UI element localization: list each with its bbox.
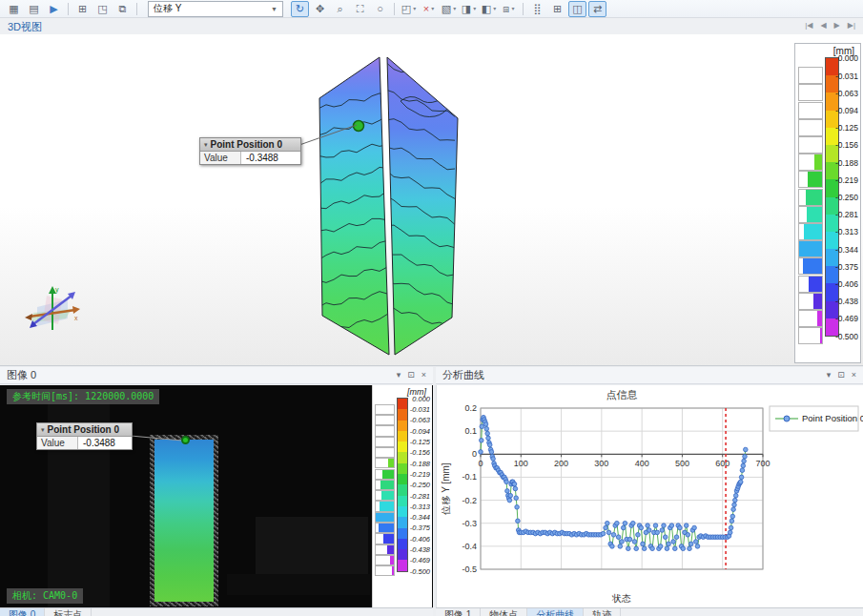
panel-tab[interactable]: 轨迹 — [584, 608, 621, 616]
zoom-region-icon[interactable]: ⛶ — [351, 1, 369, 17]
series-marker — [655, 530, 660, 535]
histogram-bar — [379, 524, 394, 532]
lasso-select-icon[interactable]: ○ — [371, 1, 389, 17]
chevron-down-icon: ▾ — [473, 6, 476, 11]
report-view-icon[interactable]: ▤ — [25, 1, 43, 17]
colorbar-tick-label: -0.406 — [410, 535, 430, 544]
sync-views-icon[interactable]: ⇄ — [588, 1, 606, 17]
point-annotation-row: Value -0.3488 — [37, 437, 132, 449]
histogram-cell — [798, 276, 823, 293]
colorbar-tick-label: -0.406 — [835, 279, 858, 289]
histogram-cell — [375, 512, 395, 523]
colorbar-tick-label: -0.281 — [835, 210, 858, 219]
last-frame-button[interactable]: ▶| — [848, 22, 855, 30]
series-marker — [740, 468, 745, 473]
columns-layout-icon[interactable]: ◨▾ — [460, 1, 478, 17]
y-tick-label: -0.2 — [462, 496, 477, 505]
series-marker — [729, 525, 733, 530]
camera-image-viewport[interactable]: 参考时间[ms]: 1220000.0000 相机: CAM0-0 ▾ Poin… — [0, 385, 433, 607]
histogram-cell — [798, 293, 823, 310]
point-select-icon[interactable]: ▧▾ — [440, 1, 458, 17]
split-window-icon[interactable]: ◫ — [568, 1, 586, 17]
point-annotation-cam[interactable]: ▾ Point Position 0 Value -0.3488 — [36, 422, 133, 450]
display-variable-dropdown[interactable]: 位移 Y▼ — [148, 1, 283, 17]
histogram-bar — [383, 534, 394, 543]
histogram-cell — [375, 480, 395, 490]
camera-export-icon: ◧ — [482, 4, 491, 14]
panel-tab[interactable]: 分析曲线 — [527, 608, 584, 616]
histogram-bar — [392, 566, 394, 575]
collapse-icon[interactable]: ▾ — [204, 141, 208, 149]
inspection-point-marker[interactable] — [354, 121, 364, 132]
rotate-view-icon[interactable]: ↻ — [291, 1, 309, 17]
y-tick-label: -0.1 — [462, 472, 477, 482]
tab-3d-view[interactable]: 3D视图 — [8, 20, 42, 34]
series-marker — [669, 524, 674, 528]
histogram-cell — [798, 223, 823, 240]
series-marker — [660, 528, 665, 533]
layers-icon[interactable]: ⧈▾ — [500, 1, 518, 17]
colorbar-tick-label: -0.250 — [835, 193, 858, 202]
collapse-icon[interactable]: ▾ — [41, 426, 45, 434]
pan-view-icon[interactable]: ✥ — [311, 1, 329, 17]
first-frame-button[interactable]: |◀ — [805, 22, 812, 30]
colorbar-segment — [398, 452, 407, 462]
colorbar-tick-label: -0.469 — [410, 556, 430, 565]
point-annotation-header[interactable]: ▾ Point Position 0 — [37, 423, 132, 437]
colorbar-segment — [398, 539, 407, 549]
next-frame-button[interactable]: ▶ — [834, 22, 840, 30]
play-icon[interactable]: ▶ — [45, 1, 63, 17]
colorbar-tick-label: -0.094 — [835, 106, 858, 115]
panel-pin-icon[interactable]: ⊡ — [407, 371, 415, 380]
value-label: Value — [200, 152, 241, 164]
panel-tab[interactable]: 物体点 — [481, 608, 527, 616]
duplicate-view-icon[interactable]: ⧉ — [113, 1, 132, 17]
panel-close-icon[interactable]: × — [852, 371, 856, 380]
panel-close-icon[interactable]: × — [421, 371, 426, 380]
svg-text:y: y — [55, 286, 59, 294]
chart-legend[interactable]: Point Position 0 — [770, 406, 863, 431]
point-annotation-3d[interactable]: ▾ Point Position 0 Value -0.3488 — [199, 137, 301, 165]
panel-menu-icon[interactable]: ▾ — [827, 371, 832, 380]
delete-icon[interactable]: ×▾ — [420, 1, 438, 17]
inspection-point-marker-cam[interactable] — [181, 436, 190, 444]
panel-tab[interactable]: 图像 0 — [0, 608, 45, 616]
analysis-chart[interactable]: 01002003004005006007000.20.10-0.1-0.2-0.… — [436, 385, 863, 607]
3d-specimen-model[interactable] — [305, 40, 496, 364]
series-marker — [610, 544, 615, 549]
histogram-cell — [375, 533, 395, 544]
x-tick-label: 700 — [755, 459, 770, 468]
dot-grid-icon[interactable]: ⣿ — [528, 1, 546, 17]
toolbar-separator — [136, 3, 137, 15]
colorbar-tick-label: -0.031 — [410, 405, 430, 414]
line-grid-icon[interactable]: ⊞ — [548, 1, 566, 17]
previous-frame-button[interactable]: ◀ — [820, 22, 826, 30]
panel-tab[interactable]: 标志点 — [45, 608, 92, 616]
series-marker — [733, 498, 738, 503]
colorbar-tick-label: -0.094 — [410, 427, 430, 436]
series-marker — [507, 498, 512, 503]
panel-pin-icon[interactable]: ⊡ — [837, 371, 845, 380]
new-report-icon[interactable]: ◳ — [93, 1, 112, 17]
table-view-icon[interactable]: ▦ — [5, 1, 23, 17]
zoom-view-icon[interactable]: ⌕ — [331, 1, 349, 17]
sync-views-icon: ⇄ — [593, 4, 602, 14]
chevron-down-icon: ▾ — [453, 6, 456, 11]
3d-viewport[interactable]: y x ▾ Point Position 0 Value -0.3488 [mm… — [0, 34, 863, 366]
table-view-icon: ▦ — [9, 4, 18, 14]
series-marker — [636, 533, 641, 538]
panel-tab[interactable]: 图像 1 — [436, 608, 481, 616]
point-annotation-header[interactable]: ▾ Point Position 0 — [200, 138, 300, 152]
curve-panel-title: 分析曲线 — [442, 368, 484, 382]
series-marker — [508, 493, 513, 498]
colorbar-tick-label: -0.219 — [410, 470, 430, 479]
split-view-icon[interactable]: ◰▾ — [400, 1, 418, 17]
camera-export-icon[interactable]: ◧▾ — [480, 1, 498, 17]
colorbar — [398, 399, 407, 571]
panel-menu-icon[interactable]: ▾ — [397, 371, 401, 380]
colorbar-tick-label: -0.375 — [835, 262, 858, 272]
add-view-icon[interactable]: ⊞ — [73, 1, 92, 17]
histogram-bar — [799, 241, 822, 257]
series-marker — [615, 521, 620, 525]
point-info-chart[interactable]: 01002003004005006007000.20.10-0.1-0.2-0.… — [437, 385, 863, 607]
